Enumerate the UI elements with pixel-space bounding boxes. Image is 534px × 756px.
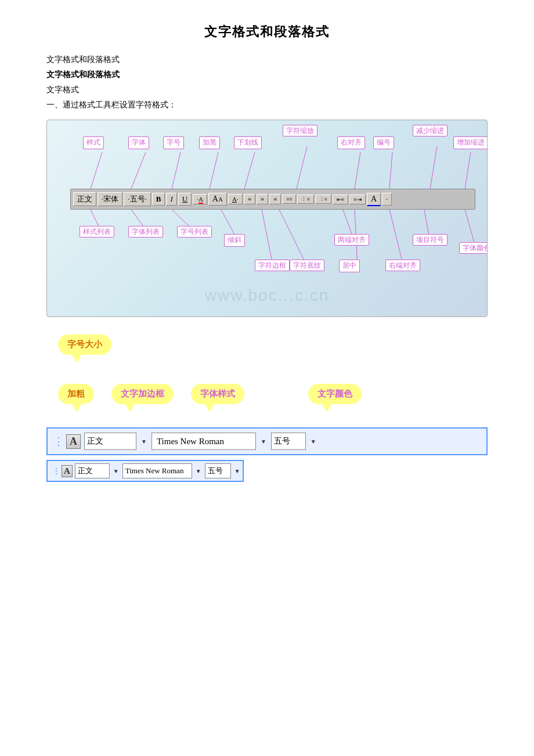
bubble-area-size: 字号大小 (58, 334, 488, 355)
subtitle-2: 文字格式和段落格式 (46, 70, 488, 80)
tb-bold: B (152, 193, 165, 206)
tb-indent2: ≡⇥ (349, 195, 366, 204)
tb-font: ·宋体 (98, 192, 122, 206)
watermark: www.boc...c.cn (205, 286, 330, 305)
font-icon-small: A (62, 465, 73, 477)
label-bold: 加黑 (199, 136, 220, 149)
label-decrease-indent: 减少缩进 (413, 125, 448, 136)
bottom-toolbar-large: ⋮ A 正文 ▼ Times New Roman ▼ 五号 ▼ (46, 427, 488, 455)
label-right-end: 右端对齐 (385, 260, 420, 271)
font-arrow-small: ▼ (194, 468, 203, 474)
svg-line-3 (210, 152, 218, 189)
tb-more: · (382, 193, 392, 206)
label-numbering: 编号 (373, 136, 394, 149)
tb-list1: ⋮≡ (297, 195, 313, 204)
tb-list2: ⋮≡ (315, 195, 331, 204)
style-dropdown-large[interactable]: 正文 (84, 433, 136, 450)
label-right-align: 右对齐 (337, 136, 365, 149)
bubble-border: 文字加边框 (111, 384, 174, 404)
label-font-color2: 字体颜色 (459, 242, 488, 254)
style-dropdown-small[interactable]: 正文 (75, 463, 110, 478)
tb-size: ·五号· (124, 192, 151, 206)
svg-line-8 (430, 146, 437, 189)
label-underline: 下划线 (234, 136, 262, 149)
svg-line-9 (465, 152, 471, 189)
label-bullet: 项目符号 (413, 234, 448, 246)
section-heading: 一、通过格式工具栏设置字符格式： (46, 100, 488, 110)
svg-line-2 (172, 152, 181, 189)
tb-style: 正文 (73, 192, 96, 206)
label-style: 样式 (83, 136, 104, 149)
tb-indent1: ⇤≡ (333, 195, 349, 204)
svg-line-6 (355, 152, 360, 189)
font-dropdown-small[interactable]: Times New Roman (122, 463, 192, 478)
label-char-bg: 字符底纹 (290, 260, 324, 271)
label-size-list: 字号列表 (177, 226, 212, 237)
toolbar-diagram: 样式 字体 字号 加黑 下划线 字符缩放 右对齐 编号 减少缩进 增加缩进 正文… (46, 120, 488, 317)
bubble-bold: 加粗 (58, 384, 94, 404)
tb-font-a2: AA (208, 193, 227, 206)
tb-italic: I (166, 193, 176, 206)
tb-align-center: ≡ (257, 194, 268, 204)
bubble-style: 字体样式 (191, 384, 244, 404)
style-arrow-small: ▼ (112, 468, 120, 474)
inner-toolbar: 正文 ·宋体 ·五号· B I U ·A AA A· ≡ ≡ ≡ ≡≡ ⋮≡ ⋮… (70, 189, 475, 210)
label-style-list: 样式列表 (80, 226, 114, 237)
svg-line-4 (244, 152, 255, 189)
size-dropdown-large[interactable]: 五号 (271, 433, 306, 450)
subtitle-3: 文字格式 (46, 85, 488, 95)
dotted-separator-large: ⋮ (53, 435, 63, 448)
label-two-sides: 两端对齐 (334, 234, 369, 246)
tb-align-right: ≡ (269, 194, 281, 204)
tb-underline: U (178, 193, 192, 206)
bubble-color: 文字颜色 (308, 384, 362, 404)
svg-line-7 (389, 152, 392, 189)
size-arrow-large: ▼ (309, 438, 317, 445)
label-size: 字号 (163, 136, 184, 149)
label-center: 居中 (339, 260, 360, 272)
style-arrow-large: ▼ (140, 438, 148, 445)
bottom-toolbar-small: ⋮ A 正文 ▼ Times New Roman ▼ 五号 ▼ (46, 460, 244, 482)
tb-font-a3: A· (228, 194, 243, 204)
svg-line-0 (91, 152, 102, 189)
label-increase-indent: 增加缩进 (453, 136, 488, 149)
tb-font-color: ·A (193, 194, 207, 204)
tb-font-a4: A (367, 193, 381, 206)
label-font: 字体 (128, 136, 149, 149)
dotted-separator-small: ⋮ (52, 466, 59, 476)
font-arrow-large: ▼ (259, 438, 268, 445)
tb-align-left: ≡ (244, 194, 255, 204)
size-dropdown-small[interactable]: 五号 (205, 463, 231, 478)
page-title: 文字格式和段落格式 (46, 23, 488, 41)
size-arrow-small: ▼ (233, 468, 241, 474)
bubble-size: 字号大小 (58, 334, 111, 355)
subtitle-1: 文字格式和段落格式 (46, 55, 488, 65)
font-dropdown-large[interactable]: Times New Roman (151, 433, 256, 450)
tb-align-justify: ≡≡ (282, 195, 296, 204)
label-charscale: 字符缩放 (283, 125, 317, 136)
font-icon-large: A (66, 434, 81, 449)
label-char-border: 字符边框 (255, 260, 290, 271)
label-italic: 倾斜 (224, 234, 245, 247)
bubble-row-2: 加粗 文字加边框 字体样式 文字颜色 (46, 384, 488, 404)
svg-line-5 (297, 146, 307, 189)
svg-line-1 (131, 152, 146, 189)
label-font-list: 字体列表 (128, 226, 163, 237)
